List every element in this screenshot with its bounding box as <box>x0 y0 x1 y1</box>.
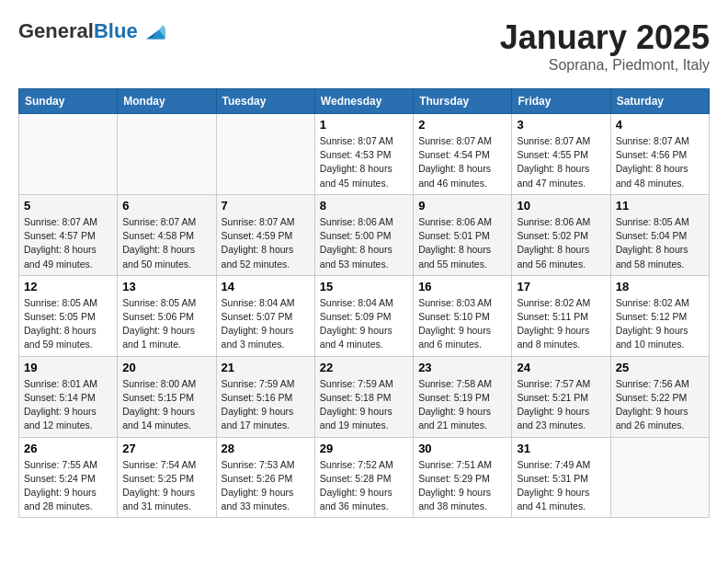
calendar-cell: 18Sunrise: 8:02 AMSunset: 5:12 PMDayligh… <box>610 275 709 356</box>
day-info: Sunrise: 7:52 AMSunset: 5:28 PMDaylight:… <box>320 458 408 514</box>
calendar-cell: 15Sunrise: 8:04 AMSunset: 5:09 PMDayligh… <box>314 275 413 356</box>
calendar-cell <box>216 114 314 195</box>
calendar-cell: 20Sunrise: 8:00 AMSunset: 5:15 PMDayligh… <box>118 356 216 437</box>
day-info: Sunrise: 8:05 AMSunset: 5:04 PMDaylight:… <box>616 215 704 271</box>
calendar-cell: 17Sunrise: 8:02 AMSunset: 5:11 PMDayligh… <box>512 275 610 356</box>
day-info: Sunrise: 8:07 AMSunset: 4:59 PMDaylight:… <box>222 215 310 271</box>
calendar-cell: 9Sunrise: 8:06 AMSunset: 5:01 PMDaylight… <box>414 194 512 275</box>
day-info: Sunrise: 8:07 AMSunset: 4:57 PMDaylight:… <box>24 215 112 271</box>
day-number: 14 <box>222 280 310 293</box>
calendar-cell: 23Sunrise: 7:58 AMSunset: 5:19 PMDayligh… <box>414 356 512 437</box>
day-number: 2 <box>418 118 506 132</box>
day-number: 4 <box>616 118 704 132</box>
weekday-header-row: SundayMondayTuesdayWednesdayThursdayFrid… <box>19 89 710 114</box>
calendar-cell: 26Sunrise: 7:55 AMSunset: 5:24 PMDayligh… <box>19 437 118 518</box>
calendar-cell: 13Sunrise: 8:05 AMSunset: 5:06 PMDayligh… <box>118 275 216 356</box>
weekday-header-friday: Friday <box>512 89 610 114</box>
calendar-cell <box>19 114 118 195</box>
calendar-cell: 7Sunrise: 8:07 AMSunset: 4:59 PMDaylight… <box>216 194 314 275</box>
logo-blue-text: Blue <box>94 19 138 42</box>
day-number: 5 <box>24 199 112 213</box>
day-number: 11 <box>616 199 704 213</box>
calendar-cell: 16Sunrise: 8:03 AMSunset: 5:10 PMDayligh… <box>414 275 512 356</box>
calendar-cell: 6Sunrise: 8:07 AMSunset: 4:58 PMDaylight… <box>118 194 216 275</box>
calendar-week-4: 19Sunrise: 8:01 AMSunset: 5:14 PMDayligh… <box>19 356 710 437</box>
calendar-cell: 31Sunrise: 7:49 AMSunset: 5:31 PMDayligh… <box>512 437 610 518</box>
weekday-header-sunday: Sunday <box>19 89 118 114</box>
calendar-cell: 21Sunrise: 7:59 AMSunset: 5:16 PMDayligh… <box>216 356 314 437</box>
calendar-cell: 28Sunrise: 7:53 AMSunset: 5:26 PMDayligh… <box>216 437 314 518</box>
calendar-cell: 14Sunrise: 8:04 AMSunset: 5:07 PMDayligh… <box>216 275 314 356</box>
day-info: Sunrise: 8:07 AMSunset: 4:54 PMDaylight:… <box>418 134 506 190</box>
calendar-week-5: 26Sunrise: 7:55 AMSunset: 5:24 PMDayligh… <box>19 437 710 518</box>
calendar-cell: 29Sunrise: 7:52 AMSunset: 5:28 PMDayligh… <box>314 437 413 518</box>
weekday-header-monday: Monday <box>118 89 216 114</box>
day-info: Sunrise: 8:02 AMSunset: 5:11 PMDaylight:… <box>517 296 605 352</box>
day-info: Sunrise: 7:49 AMSunset: 5:31 PMDaylight:… <box>517 458 605 514</box>
day-number: 3 <box>517 118 605 132</box>
calendar-week-1: 1Sunrise: 8:07 AMSunset: 4:53 PMDaylight… <box>19 114 710 195</box>
calendar-cell: 27Sunrise: 7:54 AMSunset: 5:25 PMDayligh… <box>118 437 216 518</box>
day-info: Sunrise: 7:57 AMSunset: 5:21 PMDaylight:… <box>517 377 605 433</box>
weekday-header-thursday: Thursday <box>414 89 512 114</box>
day-number: 19 <box>24 361 112 374</box>
day-number: 16 <box>418 280 506 293</box>
day-info: Sunrise: 8:06 AMSunset: 5:00 PMDaylight:… <box>320 215 408 271</box>
calendar-cell <box>610 437 709 518</box>
day-number: 6 <box>122 199 210 213</box>
day-number: 18 <box>616 280 704 293</box>
day-number: 7 <box>222 199 310 213</box>
weekday-header-wednesday: Wednesday <box>314 89 413 114</box>
day-info: Sunrise: 8:01 AMSunset: 5:14 PMDaylight:… <box>24 377 112 433</box>
day-info: Sunrise: 7:59 AMSunset: 5:18 PMDaylight:… <box>320 377 408 433</box>
calendar-cell: 8Sunrise: 8:06 AMSunset: 5:00 PMDaylight… <box>314 194 413 275</box>
day-number: 9 <box>418 199 506 213</box>
day-number: 22 <box>320 361 408 374</box>
calendar-cell: 19Sunrise: 8:01 AMSunset: 5:14 PMDayligh… <box>19 356 118 437</box>
calendar-cell: 1Sunrise: 8:07 AMSunset: 4:53 PMDaylight… <box>314 114 413 195</box>
calendar-cell: 3Sunrise: 8:07 AMSunset: 4:55 PMDaylight… <box>512 114 610 195</box>
calendar-cell: 11Sunrise: 8:05 AMSunset: 5:04 PMDayligh… <box>610 194 709 275</box>
calendar-cell: 30Sunrise: 7:51 AMSunset: 5:29 PMDayligh… <box>414 437 512 518</box>
title-block: January 2025 Soprana, Piedmont, Italy <box>500 18 710 74</box>
day-info: Sunrise: 7:58 AMSunset: 5:19 PMDaylight:… <box>418 377 506 433</box>
day-info: Sunrise: 8:07 AMSunset: 4:55 PMDaylight:… <box>517 134 605 190</box>
day-number: 1 <box>320 118 408 132</box>
day-info: Sunrise: 7:53 AMSunset: 5:26 PMDaylight:… <box>222 458 310 514</box>
logo-icon <box>140 18 165 44</box>
day-info: Sunrise: 7:51 AMSunset: 5:29 PMDaylight:… <box>418 458 506 514</box>
day-number: 23 <box>418 361 506 374</box>
day-info: Sunrise: 8:07 AMSunset: 4:56 PMDaylight:… <box>616 134 704 190</box>
calendar-table: SundayMondayTuesdayWednesdayThursdayFrid… <box>18 88 710 518</box>
calendar-cell: 25Sunrise: 7:56 AMSunset: 5:22 PMDayligh… <box>610 356 709 437</box>
day-number: 21 <box>222 361 310 374</box>
day-info: Sunrise: 8:06 AMSunset: 5:02 PMDaylight:… <box>517 215 605 271</box>
weekday-header-saturday: Saturday <box>610 89 709 114</box>
day-info: Sunrise: 7:55 AMSunset: 5:24 PMDaylight:… <box>24 458 112 514</box>
day-info: Sunrise: 8:00 AMSunset: 5:15 PMDaylight:… <box>122 377 210 433</box>
page-header: GeneralBlue January 2025 Soprana, Piedmo… <box>18 18 710 74</box>
day-number: 24 <box>517 361 605 374</box>
day-number: 28 <box>222 442 310 455</box>
calendar-cell: 2Sunrise: 8:07 AMSunset: 4:54 PMDaylight… <box>414 114 512 195</box>
calendar-cell: 22Sunrise: 7:59 AMSunset: 5:18 PMDayligh… <box>314 356 413 437</box>
weekday-header-tuesday: Tuesday <box>216 89 314 114</box>
calendar-cell <box>118 114 216 195</box>
day-number: 20 <box>122 361 210 374</box>
svg-marker-1 <box>151 25 165 39</box>
day-info: Sunrise: 8:04 AMSunset: 5:07 PMDaylight:… <box>222 296 310 352</box>
day-number: 10 <box>517 199 605 213</box>
day-number: 29 <box>320 442 408 455</box>
day-info: Sunrise: 7:54 AMSunset: 5:25 PMDaylight:… <box>122 458 210 514</box>
calendar-week-2: 5Sunrise: 8:07 AMSunset: 4:57 PMDaylight… <box>19 194 710 275</box>
day-info: Sunrise: 7:56 AMSunset: 5:22 PMDaylight:… <box>616 377 704 433</box>
day-info: Sunrise: 8:03 AMSunset: 5:10 PMDaylight:… <box>418 296 506 352</box>
calendar-cell: 10Sunrise: 8:06 AMSunset: 5:02 PMDayligh… <box>512 194 610 275</box>
calendar-cell: 5Sunrise: 8:07 AMSunset: 4:57 PMDaylight… <box>19 194 118 275</box>
month-title: January 2025 <box>500 18 710 57</box>
day-number: 13 <box>122 280 210 293</box>
location: Soprana, Piedmont, Italy <box>500 57 710 74</box>
logo-general-text: General <box>18 19 94 42</box>
calendar-cell: 12Sunrise: 8:05 AMSunset: 5:05 PMDayligh… <box>19 275 118 356</box>
day-info: Sunrise: 8:07 AMSunset: 4:58 PMDaylight:… <box>122 215 210 271</box>
